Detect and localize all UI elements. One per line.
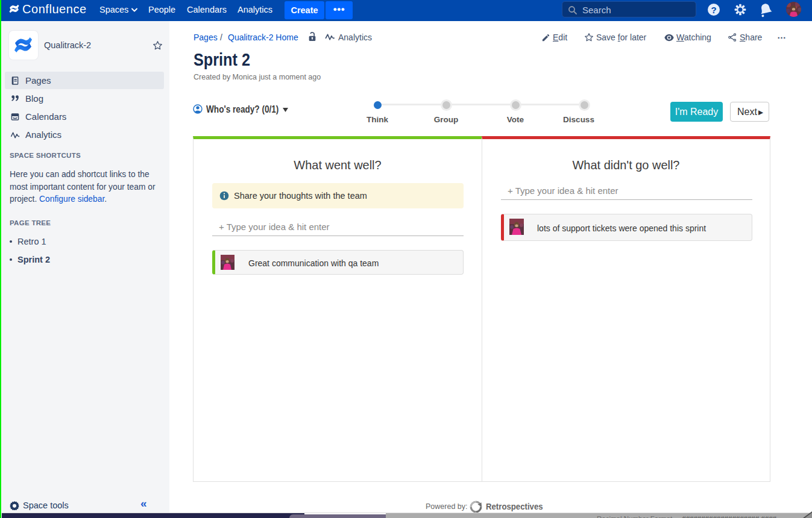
svg-text:?: ? — [711, 5, 716, 15]
